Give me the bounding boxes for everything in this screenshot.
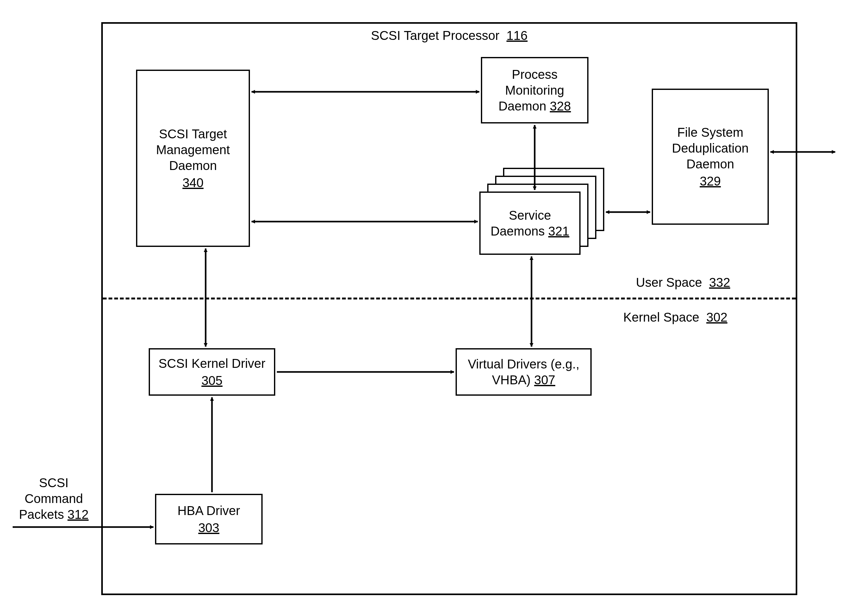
box-mgmt-daemon: SCSI Target Management Daemon 340: [136, 70, 250, 247]
scsikernel-line1: SCSI Kernel Driver: [159, 356, 266, 371]
box-proc-mon: Process Monitoring Daemon 328: [481, 57, 589, 123]
scsi-line3: Packets: [19, 507, 64, 521]
box-svc-daemons: Service Daemons 321: [479, 191, 580, 255]
hba-ref: 303: [198, 520, 220, 536]
fsdedupe-ref: 329: [700, 173, 721, 189]
box-virt-drivers: Virtual Drivers (e.g., VHBA) 307: [455, 348, 592, 396]
scsi-line2: Command: [25, 492, 83, 506]
diagram-canvas: SCSI Target Processor 116 User Space 332…: [0, 0, 846, 616]
frame-title-ref: 116: [507, 28, 528, 43]
mgmt-line3: Daemon: [169, 158, 217, 173]
scsikernel-ref: 305: [201, 373, 223, 388]
svc-line1: Service: [509, 207, 551, 223]
scsi-ref: 312: [68, 507, 88, 521]
user-space-ref: 332: [709, 275, 730, 289]
svc-line2: Daemons: [491, 224, 545, 238]
svc-ref: 321: [548, 224, 570, 238]
procmon-line3: Daemon: [498, 99, 546, 113]
hba-line1: HBA Driver: [178, 503, 240, 519]
mgmt-line1: SCSI Target: [159, 126, 227, 142]
box-fs-dedupe: File System Deduplication Daemon 329: [652, 89, 769, 225]
virt-ref: 307: [534, 373, 555, 387]
space-separator: [103, 298, 796, 300]
kernel-space-label: Kernel Space 302: [623, 310, 727, 325]
frame-title-text: SCSI Target Processor: [371, 28, 499, 43]
user-space-label: User Space 332: [636, 275, 730, 290]
fsdedupe-line2: Deduplication: [672, 140, 749, 156]
procmon-ref: 328: [550, 99, 571, 113]
mgmt-ref: 340: [182, 175, 204, 191]
virt-line2: VHBA): [492, 373, 530, 387]
frame-title: SCSI Target Processor 116: [354, 28, 544, 43]
scsi-packets-label: SCSI Command Packets 312: [18, 475, 90, 522]
procmon-line2: Monitoring: [505, 82, 564, 98]
fsdedupe-line1: File System: [677, 124, 743, 140]
user-space-text: User Space: [636, 275, 702, 289]
box-scsi-kernel: SCSI Kernel Driver 305: [149, 348, 275, 396]
kernel-space-text: Kernel Space: [623, 310, 699, 324]
fsdedupe-line3: Daemon: [686, 156, 734, 172]
scsi-line1: SCSI: [39, 476, 68, 490]
procmon-line1: Process: [512, 66, 558, 82]
kernel-space-ref: 302: [706, 310, 727, 324]
virt-line1: Virtual Drivers (e.g.,: [468, 356, 580, 372]
box-hba-driver: HBA Driver 303: [155, 494, 263, 544]
mgmt-line2: Management: [156, 142, 230, 158]
